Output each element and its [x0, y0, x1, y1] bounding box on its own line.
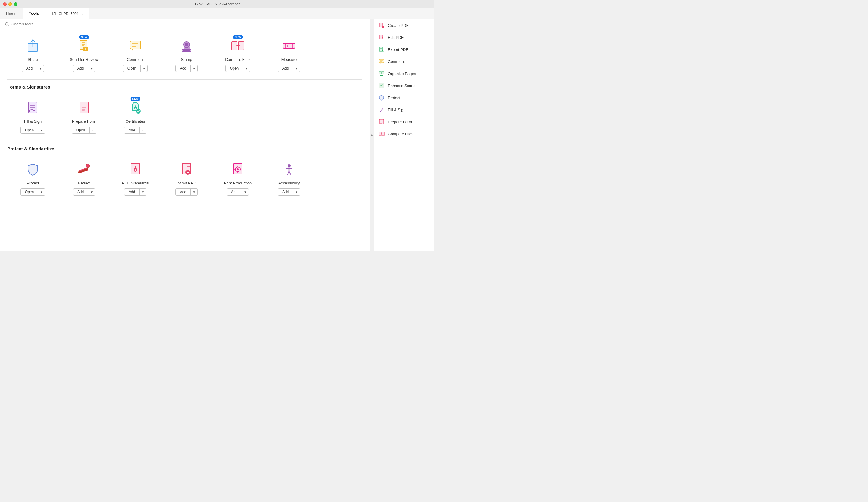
- tool-prepare-form-arrow[interactable]: ▼: [90, 127, 96, 133]
- sidebar-item-export-pdf[interactable]: Export PDF: [374, 43, 434, 55]
- tab-tools[interactable]: Tools: [23, 9, 45, 19]
- sidebar-item-protect[interactable]: Protect: [374, 92, 434, 104]
- sidebar-item-enhance-scans[interactable]: Enhance Scans: [374, 80, 434, 92]
- sidebar-collapse-handle[interactable]: ▶: [370, 19, 374, 251]
- svg-point-38: [86, 164, 90, 168]
- forms-grid: Fill & Sign Open ▼: [7, 95, 362, 139]
- tool-send-review-label: Send for Review: [70, 57, 98, 62]
- tool-measure-arrow[interactable]: ▼: [293, 66, 300, 71]
- sidebar-item-export-pdf-label: Export PDF: [388, 47, 408, 52]
- tool-compare-arrow[interactable]: ▼: [243, 66, 250, 71]
- tool-redact-label: Redact: [78, 181, 90, 185]
- search-input[interactable]: [11, 22, 72, 26]
- tool-accessibility: Accessibility Add ▼: [264, 157, 315, 200]
- tool-stamp-arrow[interactable]: ▼: [191, 66, 197, 71]
- sidebar-item-edit-pdf[interactable]: Edit PDF: [374, 31, 434, 43]
- tool-compare-btn-wrap[interactable]: Open ▼: [225, 65, 250, 72]
- tool-redact-arrow[interactable]: ▼: [88, 189, 95, 195]
- tool-print-production-btn-wrap[interactable]: Add ▼: [227, 188, 249, 196]
- sidebar-item-enhance-scans-label: Enhance Scans: [388, 83, 415, 88]
- tool-share-btn[interactable]: Add: [22, 65, 37, 72]
- tool-protect-btn[interactable]: Open: [21, 189, 38, 195]
- tool-fill-sign-btn-wrap[interactable]: Open ▼: [21, 127, 45, 134]
- close-button[interactable]: [3, 2, 7, 6]
- sidebar-item-protect-label: Protect: [388, 95, 400, 100]
- main-layout: Share Add ▼ NEW: [0, 19, 434, 251]
- tool-comment-arrow[interactable]: ▼: [141, 66, 147, 71]
- sidebar-item-prepare-form[interactable]: Prepare Form: [374, 116, 434, 128]
- tool-pdf-standards-btn[interactable]: Add: [124, 189, 140, 195]
- tool-print-production-btn[interactable]: Add: [227, 189, 242, 195]
- tool-certificates-btn[interactable]: Add: [124, 127, 140, 134]
- sidebar-item-prepare-form-label: Prepare Form: [388, 119, 412, 124]
- tool-pdf-standards-btn-wrap[interactable]: Add ▼: [124, 188, 146, 196]
- svg-rect-15: [182, 49, 191, 51]
- tool-redact-btn-wrap[interactable]: Add ▼: [73, 188, 95, 196]
- svg-rect-71: [379, 59, 384, 63]
- send-review-badge: NEW: [79, 35, 89, 39]
- tool-certificates-btn-wrap[interactable]: Add ▼: [124, 127, 146, 134]
- tool-share-arrow[interactable]: ▼: [37, 66, 44, 71]
- tool-stamp-btn-wrap[interactable]: Add ▼: [175, 65, 198, 72]
- tool-optimize-pdf-btn[interactable]: Add: [176, 189, 191, 195]
- tool-redact-btn[interactable]: Add: [73, 189, 88, 195]
- content-area: Share Add ▼ NEW: [0, 19, 370, 251]
- tool-accessibility-btn-wrap[interactable]: Add ▼: [278, 188, 300, 196]
- prepare-form-sidebar-icon: [378, 118, 385, 125]
- tool-optimize-pdf-btn-wrap[interactable]: Add ▼: [175, 188, 198, 196]
- svg-line-60: [289, 172, 291, 175]
- accessibility-icon: [279, 161, 299, 178]
- tool-comment-btn-wrap[interactable]: Open ▼: [123, 65, 148, 72]
- tool-accessibility-arrow[interactable]: ▼: [293, 189, 300, 195]
- enhance-scans-icon: [378, 82, 385, 89]
- tab-home[interactable]: Home: [0, 9, 23, 19]
- search-icon: [5, 22, 9, 26]
- tab-file[interactable]: 12b-OLPD_5204-...: [45, 9, 89, 19]
- tool-protect-btn-wrap[interactable]: Open ▼: [21, 188, 45, 196]
- search-bar: [0, 19, 370, 29]
- minimize-button[interactable]: [8, 2, 12, 6]
- svg-point-51: [237, 168, 239, 170]
- tool-compare-btn[interactable]: Open: [226, 65, 243, 72]
- tool-optimize-pdf-arrow[interactable]: ▼: [191, 189, 197, 195]
- tool-certificates-label: Certificates: [125, 119, 145, 124]
- tool-prepare-form: Prepare Form Open ▼: [59, 95, 110, 139]
- tool-comment: Comment Open ▼: [110, 34, 161, 77]
- tool-pdf-standards-arrow[interactable]: ▼: [140, 189, 146, 195]
- tool-certificates-arrow[interactable]: ▼: [140, 127, 146, 133]
- tool-measure-btn[interactable]: Add: [278, 65, 293, 72]
- tool-prepare-form-label: Prepare Form: [72, 119, 96, 124]
- sidebar-item-comment[interactable]: Comment: [374, 55, 434, 67]
- tool-stamp-label: Stamp: [181, 57, 192, 62]
- svg-rect-33: [82, 107, 86, 108]
- sidebar-item-fill-sign[interactable]: Fill & Sign: [374, 104, 434, 116]
- tool-prepare-form-btn-wrap[interactable]: Open ▼: [72, 127, 96, 134]
- tool-prepare-form-btn[interactable]: Open: [72, 127, 90, 134]
- tool-protect-arrow[interactable]: ▼: [38, 189, 45, 195]
- tool-certificates: NEW Certificates Add ▼: [110, 95, 161, 139]
- tool-measure-btn-wrap[interactable]: Add ▼: [278, 65, 300, 72]
- sidebar-item-create-pdf[interactable]: Create PDF: [374, 19, 434, 31]
- tool-comment-btn[interactable]: Open: [123, 65, 141, 72]
- tool-fill-sign-arrow[interactable]: ▼: [38, 127, 45, 133]
- svg-rect-81: [380, 122, 383, 122]
- svg-line-59: [287, 172, 289, 175]
- tool-protect: Protect Open ▼: [7, 157, 59, 200]
- tool-print-production-arrow[interactable]: ▼: [242, 189, 249, 195]
- tool-accessibility-btn[interactable]: Add: [278, 189, 293, 195]
- sidebar-item-create-pdf-label: Create PDF: [388, 23, 409, 28]
- maximize-button[interactable]: [14, 2, 18, 6]
- tool-fill-sign-btn[interactable]: Open: [21, 127, 38, 134]
- tool-send-review-btn[interactable]: Add: [73, 65, 88, 72]
- sidebar-item-organize-pages[interactable]: Organize Pages: [374, 67, 434, 80]
- svg-rect-10: [130, 41, 141, 49]
- sidebar-item-compare-files[interactable]: Compare Files: [374, 128, 434, 140]
- protect-standardize-header: Protect & Standardize: [7, 146, 362, 151]
- svg-rect-75: [379, 71, 381, 74]
- tool-share-btn-wrap[interactable]: Add ▼: [22, 65, 44, 72]
- sidebar-item-organize-pages-label: Organize Pages: [388, 71, 416, 76]
- tool-send-review-arrow[interactable]: ▼: [88, 66, 95, 71]
- svg-text:!: !: [135, 169, 136, 172]
- tool-stamp-btn[interactable]: Add: [176, 65, 191, 72]
- tool-send-review-btn-wrap[interactable]: Add ▼: [73, 65, 95, 72]
